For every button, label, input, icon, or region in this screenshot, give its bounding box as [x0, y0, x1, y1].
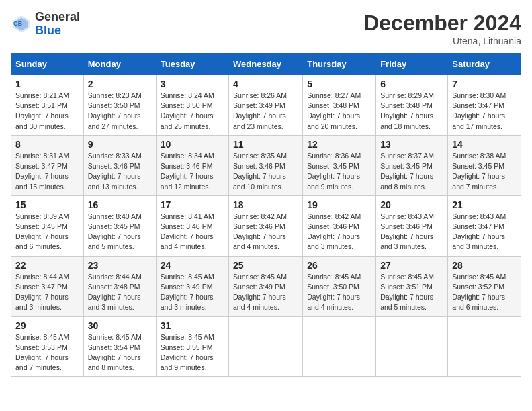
day-number: 29 — [15, 320, 79, 331]
calendar-cell: 17Sunrise: 8:41 AM Sunset: 3:46 PM Dayli… — [156, 195, 228, 256]
day-info-text: Sunrise: 8:41 AM Sunset: 3:46 PM Dayligh… — [161, 212, 224, 253]
day-info-text: Sunrise: 8:45 AM Sunset: 3:53 PM Dayligh… — [15, 332, 79, 373]
day-info-text: Sunrise: 8:21 AM Sunset: 3:51 PM Dayligh… — [15, 91, 79, 132]
day-number: 20 — [380, 199, 443, 210]
day-info-text: Sunrise: 8:26 AM Sunset: 3:49 PM Dayligh… — [233, 91, 298, 132]
day-info-text: Sunrise: 8:43 AM Sunset: 3:47 PM Dayligh… — [452, 212, 517, 253]
calendar-cell: 6Sunrise: 8:29 AM Sunset: 3:48 PM Daylig… — [376, 75, 448, 136]
logo: GB General Blue — [11, 11, 80, 38]
day-number: 21 — [452, 199, 517, 210]
calendar-cell: 27Sunrise: 8:45 AM Sunset: 3:51 PM Dayli… — [376, 256, 448, 316]
day-info-text: Sunrise: 8:43 AM Sunset: 3:46 PM Dayligh… — [380, 212, 443, 253]
day-info-text: Sunrise: 8:44 AM Sunset: 3:47 PM Dayligh… — [15, 272, 79, 313]
calendar-cell: 15Sunrise: 8:39 AM Sunset: 3:45 PM Dayli… — [11, 195, 84, 256]
calendar-cell: 20Sunrise: 8:43 AM Sunset: 3:46 PM Dayli… — [376, 195, 448, 256]
day-number: 17 — [161, 199, 224, 210]
calendar-week-row: 1Sunrise: 8:21 AM Sunset: 3:51 PM Daylig… — [11, 75, 521, 136]
calendar-cell: 22Sunrise: 8:44 AM Sunset: 3:47 PM Dayli… — [11, 256, 84, 316]
day-of-week-header: Monday — [83, 54, 156, 75]
calendar-cell: 5Sunrise: 8:27 AM Sunset: 3:48 PM Daylig… — [303, 75, 376, 136]
day-info-text: Sunrise: 8:23 AM Sunset: 3:50 PM Dayligh… — [88, 91, 152, 132]
calendar-cell — [229, 316, 303, 377]
day-number: 27 — [380, 260, 443, 271]
day-info-text: Sunrise: 8:40 AM Sunset: 3:45 PM Dayligh… — [88, 212, 152, 253]
day-number: 9 — [88, 139, 152, 150]
calendar-cell — [376, 316, 448, 377]
day-number: 30 — [88, 320, 152, 331]
day-info-text: Sunrise: 8:45 AM Sunset: 3:50 PM Dayligh… — [307, 272, 371, 313]
calendar-cell: 21Sunrise: 8:43 AM Sunset: 3:47 PM Dayli… — [448, 195, 521, 256]
day-number: 11 — [233, 139, 298, 150]
day-of-week-header: Saturday — [448, 54, 521, 75]
calendar-cell: 18Sunrise: 8:42 AM Sunset: 3:46 PM Dayli… — [229, 195, 303, 256]
calendar-week-row: 8Sunrise: 8:31 AM Sunset: 3:47 PM Daylig… — [11, 135, 521, 195]
day-number: 22 — [15, 260, 79, 271]
day-number: 13 — [380, 139, 443, 150]
day-info-text: Sunrise: 8:45 AM Sunset: 3:51 PM Dayligh… — [380, 272, 443, 313]
day-info-text: Sunrise: 8:29 AM Sunset: 3:48 PM Dayligh… — [380, 91, 443, 132]
day-info-text: Sunrise: 8:31 AM Sunset: 3:47 PM Dayligh… — [15, 151, 79, 192]
day-number: 23 — [88, 260, 152, 271]
day-number: 3 — [161, 79, 224, 89]
calendar-cell: 3Sunrise: 8:24 AM Sunset: 3:50 PM Daylig… — [156, 75, 228, 136]
day-number: 12 — [307, 139, 371, 150]
day-info-text: Sunrise: 8:33 AM Sunset: 3:46 PM Dayligh… — [88, 151, 152, 192]
day-number: 10 — [161, 139, 224, 150]
day-number: 19 — [307, 199, 371, 210]
day-info-text: Sunrise: 8:34 AM Sunset: 3:46 PM Dayligh… — [161, 151, 224, 192]
calendar-cell: 1Sunrise: 8:21 AM Sunset: 3:51 PM Daylig… — [11, 75, 84, 136]
calendar-cell: 11Sunrise: 8:35 AM Sunset: 3:46 PM Dayli… — [229, 135, 303, 195]
calendar-cell: 28Sunrise: 8:45 AM Sunset: 3:52 PM Dayli… — [448, 256, 521, 316]
calendar-cell: 31Sunrise: 8:45 AM Sunset: 3:55 PM Dayli… — [156, 316, 228, 377]
day-number: 4 — [233, 79, 298, 89]
day-info-text: Sunrise: 8:45 AM Sunset: 3:52 PM Dayligh… — [452, 272, 517, 313]
logo-general-text: General — [35, 10, 80, 24]
day-number: 24 — [161, 260, 224, 271]
calendar-cell: 16Sunrise: 8:40 AM Sunset: 3:45 PM Dayli… — [83, 195, 156, 256]
calendar-week-row: 22Sunrise: 8:44 AM Sunset: 3:47 PM Dayli… — [11, 256, 521, 316]
calendar-cell — [303, 316, 376, 377]
calendar-header-row: SundayMondayTuesdayWednesdayThursdayFrid… — [11, 54, 521, 75]
calendar-cell: 23Sunrise: 8:44 AM Sunset: 3:48 PM Dayli… — [83, 256, 156, 316]
day-info-text: Sunrise: 8:38 AM Sunset: 3:45 PM Dayligh… — [452, 151, 517, 192]
page-header: GB General Blue December 2024 Utena, Lit… — [11, 11, 521, 46]
calendar-cell: 7Sunrise: 8:30 AM Sunset: 3:47 PM Daylig… — [448, 75, 521, 136]
calendar-table: SundayMondayTuesdayWednesdayThursdayFrid… — [11, 53, 521, 377]
calendar-cell: 26Sunrise: 8:45 AM Sunset: 3:50 PM Dayli… — [303, 256, 376, 316]
day-info-text: Sunrise: 8:27 AM Sunset: 3:48 PM Dayligh… — [307, 91, 371, 132]
day-number: 2 — [88, 79, 152, 89]
day-info-text: Sunrise: 8:30 AM Sunset: 3:47 PM Dayligh… — [452, 91, 517, 132]
svg-text:GB: GB — [13, 19, 22, 26]
day-info-text: Sunrise: 8:42 AM Sunset: 3:46 PM Dayligh… — [307, 212, 371, 253]
day-number: 6 — [380, 79, 443, 89]
day-info-text: Sunrise: 8:36 AM Sunset: 3:45 PM Dayligh… — [307, 151, 371, 192]
logo-blue-text: Blue — [35, 24, 61, 37]
day-number: 31 — [161, 320, 224, 331]
day-info-text: Sunrise: 8:45 AM Sunset: 3:55 PM Dayligh… — [161, 332, 224, 373]
day-info-text: Sunrise: 8:39 AM Sunset: 3:45 PM Dayligh… — [15, 212, 79, 253]
logo-icon: GB — [11, 13, 32, 35]
calendar-cell: 4Sunrise: 8:26 AM Sunset: 3:49 PM Daylig… — [229, 75, 303, 136]
day-info-text: Sunrise: 8:44 AM Sunset: 3:48 PM Dayligh… — [88, 272, 152, 313]
calendar-cell: 2Sunrise: 8:23 AM Sunset: 3:50 PM Daylig… — [83, 75, 156, 136]
day-number: 26 — [307, 260, 371, 271]
calendar-cell: 19Sunrise: 8:42 AM Sunset: 3:46 PM Dayli… — [303, 195, 376, 256]
day-number: 14 — [452, 139, 517, 150]
calendar-cell: 30Sunrise: 8:45 AM Sunset: 3:54 PM Dayli… — [83, 316, 156, 377]
day-number: 18 — [233, 199, 298, 210]
calendar-cell — [448, 316, 521, 377]
calendar-cell: 10Sunrise: 8:34 AM Sunset: 3:46 PM Dayli… — [156, 135, 228, 195]
day-number: 16 — [88, 199, 152, 210]
calendar-cell: 13Sunrise: 8:37 AM Sunset: 3:45 PM Dayli… — [376, 135, 448, 195]
calendar-cell: 25Sunrise: 8:45 AM Sunset: 3:49 PM Dayli… — [229, 256, 303, 316]
day-number: 7 — [452, 79, 517, 89]
calendar-cell: 24Sunrise: 8:45 AM Sunset: 3:49 PM Dayli… — [156, 256, 228, 316]
title-block: December 2024 Utena, Lithuania — [363, 11, 521, 46]
calendar-cell: 12Sunrise: 8:36 AM Sunset: 3:45 PM Dayli… — [303, 135, 376, 195]
day-of-week-header: Wednesday — [229, 54, 303, 75]
calendar-cell: 29Sunrise: 8:45 AM Sunset: 3:53 PM Dayli… — [11, 316, 84, 377]
calendar-week-row: 15Sunrise: 8:39 AM Sunset: 3:45 PM Dayli… — [11, 195, 521, 256]
calendar-cell: 8Sunrise: 8:31 AM Sunset: 3:47 PM Daylig… — [11, 135, 84, 195]
calendar-cell: 9Sunrise: 8:33 AM Sunset: 3:46 PM Daylig… — [83, 135, 156, 195]
day-info-text: Sunrise: 8:24 AM Sunset: 3:50 PM Dayligh… — [161, 91, 224, 132]
